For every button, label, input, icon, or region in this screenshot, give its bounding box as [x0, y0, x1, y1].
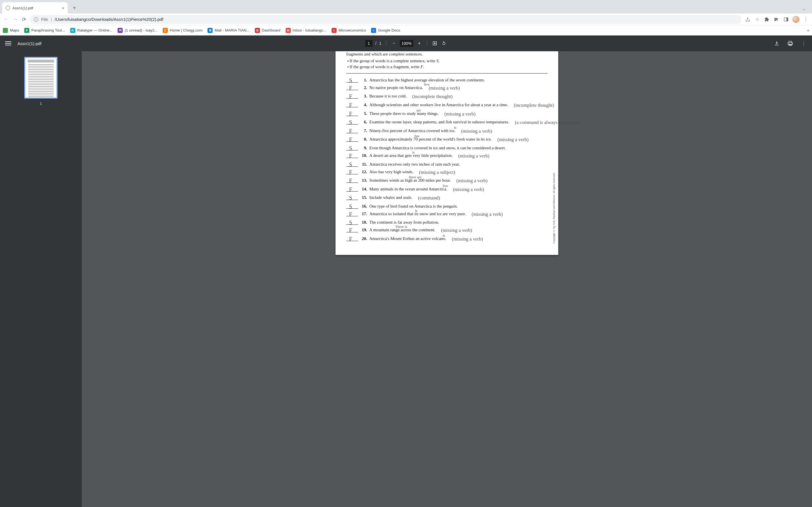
bookmark-item[interactable]: PParaphrasing Tool...	[24, 28, 65, 33]
worksheet-item: F8.hasAntarctica approximately 70 percen…	[346, 135, 548, 144]
item-text: there areSometimes winds as high as 200 …	[369, 177, 451, 184]
worksheet-item: F14.liveMany animals in the ocean around…	[346, 185, 548, 194]
side-panel-icon[interactable]	[783, 16, 790, 23]
item-text: liveMany animals in the ocean around Ant…	[369, 185, 447, 193]
svg-rect-1	[786, 18, 788, 21]
item-text: hasAntarctica approximately 70 percent o…	[369, 135, 492, 143]
handwritten-insert: live	[443, 182, 448, 189]
item-number: 12.	[360, 168, 367, 176]
worksheet-item: F10.isA desert an area that gets very li…	[346, 152, 548, 161]
bookmark-label: Ratatype — Online...	[77, 28, 112, 33]
item-number: 19.	[360, 226, 367, 234]
handwritten-note: (missing a verb)	[453, 185, 484, 194]
item-text: Include whales and seals.	[369, 194, 412, 202]
answer-blank: F	[346, 235, 358, 241]
menu-icon[interactable]	[5, 41, 11, 45]
reload-button[interactable]: ⟳	[21, 16, 27, 22]
close-icon[interactable]: ×	[62, 6, 64, 10]
svg-rect-3	[434, 43, 436, 44]
fit-page-icon[interactable]	[432, 40, 438, 47]
worksheet-item: F17.isAntarctica so isolated that its sn…	[346, 210, 548, 219]
pdf-viewer: Assn1(1).pdf / 1 − + ⋮	[0, 36, 812, 507]
reading-list-icon[interactable]	[773, 16, 780, 23]
site-info-icon[interactable]: i	[34, 17, 38, 22]
thumbnail-panel: 1	[0, 51, 82, 507]
answer-blank: F	[346, 177, 358, 183]
bookmark-item[interactable]: ≡Microeconomics	[332, 28, 366, 33]
back-button[interactable]: ←	[3, 16, 9, 22]
bookmark-label: Google Docs	[378, 28, 400, 33]
copyright-text: Copyright © by Holt, Rinehart and Winsto…	[553, 173, 555, 244]
worksheet-item: F19.There isA mountain range across the …	[346, 226, 548, 235]
answer-blank: F	[346, 168, 358, 174]
address-bar[interactable]: i File | /Users/luisatiangco/Downloads/A…	[30, 15, 742, 24]
bookmark-item[interactable]: ⊞Mail - MARIA TIAN...	[207, 28, 250, 33]
answer-blank: F	[346, 101, 358, 107]
bullet-2: If the group of words is a fragment, wri…	[347, 64, 548, 69]
item-number: 3.	[360, 93, 367, 100]
answer-blank: F	[346, 93, 358, 99]
download-icon[interactable]	[774, 40, 780, 47]
worksheet-item: S6.Examine the ozone layer, sleep patter…	[346, 118, 548, 127]
answer-blank: F	[346, 110, 358, 116]
new-tab-button[interactable]: +	[70, 3, 79, 12]
item-number: 8.	[360, 135, 367, 143]
worksheet-item: F7.isNinety-five percent of Antarctica c…	[346, 127, 548, 136]
url-scheme: File	[41, 17, 48, 22]
share-icon[interactable]	[744, 16, 751, 23]
bookmark-item[interactable]: CHome | Chegg.com	[163, 28, 202, 33]
zoom-out-button[interactable]: −	[391, 40, 397, 47]
worksheet-item: S11.Antarctica receives only two inches …	[346, 161, 548, 168]
zoom-in-button[interactable]: +	[416, 40, 422, 47]
bookmark-item[interactable]: ✉(1 unread) - isay2...	[117, 28, 158, 33]
bookmark-label: Maps	[10, 28, 19, 33]
worksheet-item: F12.Also has very high winds.(missing a …	[346, 168, 548, 177]
bookmark-item[interactable]: RRatatype — Online...	[70, 28, 112, 33]
page-stage[interactable]: fragments and which are complete sentenc…	[82, 51, 812, 507]
tab-strip: Assn1(1).pdf × +	[0, 0, 812, 13]
bookmark-icon: R	[70, 28, 75, 33]
answer-blank: S	[346, 203, 358, 209]
bookmark-item[interactable]: MInbox - luisatiangc...	[286, 28, 326, 33]
item-number: 16.	[360, 203, 367, 210]
item-number: 9.	[360, 144, 367, 152]
item-number: 15.	[360, 194, 367, 202]
pdf-center-controls: / 1 − +	[365, 40, 447, 47]
page-total: 1	[379, 41, 382, 46]
bookmark-star-icon[interactable]: ☆	[754, 16, 761, 23]
item-text: isA desert an area that gets very little…	[369, 152, 453, 159]
bookmark-item[interactable]: 📍Maps	[3, 28, 19, 33]
forward-button: →	[12, 16, 18, 22]
print-icon[interactable]	[787, 40, 794, 47]
handwritten-note: (command)	[418, 194, 440, 203]
more-icon[interactable]: ⋮	[801, 40, 807, 47]
bookmark-label: (1 unread) - isay2...	[124, 28, 158, 33]
rotate-icon[interactable]	[441, 40, 447, 47]
extensions-icon[interactable]	[763, 16, 770, 23]
toolbar: ← → ⟳ i File | /Users/luisatiangco/Downl…	[0, 13, 812, 25]
item-text: Even though Antarctica is covered in ice…	[369, 144, 506, 152]
browser-tab[interactable]: Assn1(1).pdf ×	[2, 2, 68, 13]
profile-avatar[interactable]	[792, 16, 800, 23]
bookmark-icon: ◎	[255, 28, 260, 33]
chrome-menu-icon[interactable]: ⋮	[802, 16, 809, 23]
bookmark-item[interactable]: ≡Google Docs	[371, 28, 400, 33]
page-number-input[interactable]	[365, 40, 372, 47]
worksheet-item: F2.liveNo native people on Antarctica.(m…	[346, 84, 548, 93]
item-text: liveNo native people on Antarctica.	[369, 84, 423, 92]
handwritten-insert: is	[454, 124, 456, 131]
bullet-1: If the group of words is a complete sent…	[347, 59, 548, 63]
bookmark-label: Mail - MARIA TIAN...	[214, 28, 250, 33]
bookmarks-overflow[interactable]: »	[807, 28, 809, 33]
tab-overflow-button[interactable]	[800, 6, 808, 13]
answer-blank: S	[346, 144, 358, 151]
bookmark-label: Inbox - luisatiangc...	[293, 28, 326, 33]
item-number: 4.	[360, 101, 367, 109]
item-number: 11.	[360, 161, 367, 168]
page-thumbnail[interactable]	[24, 57, 57, 99]
bookmark-item[interactable]: ◎Dashboard	[255, 28, 281, 33]
handwritten-insert: is	[443, 232, 445, 238]
bookmark-icon: ≡	[371, 28, 376, 33]
zoom-level-input[interactable]	[400, 40, 413, 47]
bookmark-icon: ✉	[117, 28, 123, 33]
